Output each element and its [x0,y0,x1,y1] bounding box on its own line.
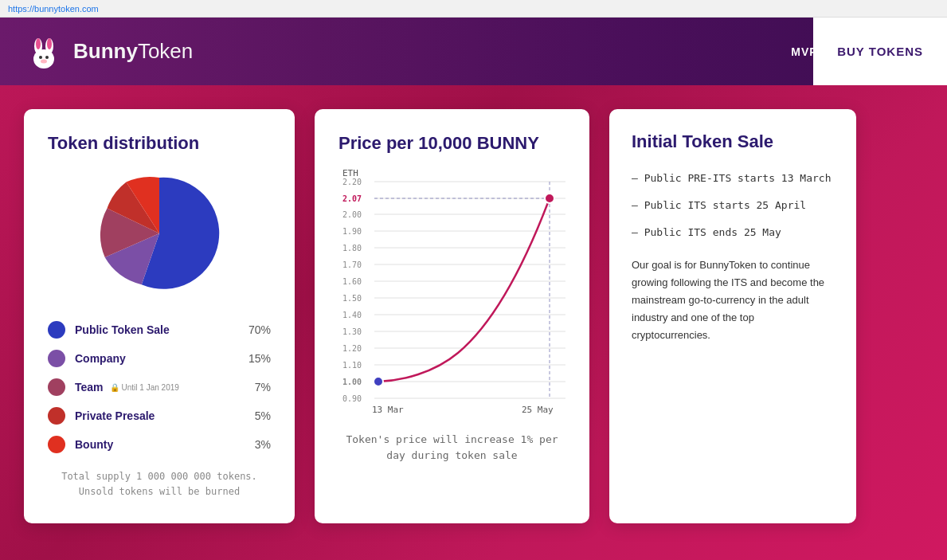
total-supply-line1: Total supply 1 000 000 000 tokens. [48,469,271,484]
its-item-1: – Public ITS starts 25 April [632,198,834,213]
team-lock-badge: 🔒 Until 1 Jan 2019 [110,383,179,392]
its-title: Initial Token Sale [632,131,834,152]
public-token-sale-label: Public Token Sale [75,323,239,336]
token-distribution-card: Token distribution Public Token Sale [24,109,295,523]
svg-text:2.20: 2.20 [342,178,362,186]
pie-chart [96,170,223,297]
its-item-2: – Public ITS ends 25 May [632,225,834,240]
svg-point-4 [47,38,52,49]
legend-team: Team 🔒 Until 1 Jan 2019 7% [48,378,271,396]
bunny-logo-icon [24,32,64,72]
legend-private-presale: Private Presale 5% [48,407,271,425]
token-dist-title: Token distribution [48,133,271,154]
svg-point-40 [545,194,554,203]
price-chart-title: Price per 10,000 BUNNY [338,133,565,154]
pie-chart-container [48,170,271,297]
total-supply-text: Total supply 1 000 000 000 tokens. Unsol… [48,469,271,499]
svg-text:1.60: 1.60 [342,277,362,286]
private-presale-dot [48,407,65,425]
its-description: Our goal is for BunnyToken to continue g… [632,257,834,344]
public-token-sale-dot [48,321,65,339]
its-item-0: – Public PRE-ITS starts 13 March [632,171,834,186]
team-lock-text: Until 1 Jan 2019 [122,383,179,392]
svg-text:1.80: 1.80 [342,244,362,253]
team-pct: 7% [255,381,271,394]
svg-point-6 [45,56,49,59]
legend-bounty: Bounty 3% [48,436,271,453]
navbar-links: MVP WHITEPAPER BUY TOKENS [791,45,923,58]
brand-bold: Bunny [73,39,138,63]
navbar: BunnyToken MVP WHITEPAPER BUY TOKENS [0,18,947,85]
svg-text:13 Mar: 13 Mar [372,405,404,415]
chart-note-line1: Token's price will increase 1% per [338,432,565,448]
svg-text:1.10: 1.10 [342,361,362,370]
brand-text: BunnyToken [73,39,193,64]
its-card: Initial Token Sale – Public PRE-ITS star… [609,109,856,523]
legend-public-token-sale: Public Token Sale 70% [48,321,271,339]
svg-point-39 [374,377,383,386]
svg-text:25 May: 25 May [522,405,554,415]
brand: BunnyToken [24,32,193,72]
bounty-label: Bounty [75,438,245,451]
svg-text:2.00: 2.00 [342,210,362,219]
svg-text:2.07: 2.07 [342,194,362,203]
svg-point-5 [39,56,42,59]
buy-tokens-button[interactable]: BUY TOKENS [813,18,947,85]
private-presale-pct: 5% [255,409,271,422]
company-pct: 15% [248,352,271,365]
legend: Public Token Sale 70% Company 15% Team 🔒… [48,321,271,453]
chart-note-line2: day during token sale [338,448,565,464]
company-label: Company [75,352,239,365]
svg-text:1.30: 1.30 [342,327,362,336]
private-presale-label: Private Presale [75,409,245,422]
svg-point-7 [41,59,47,63]
bounty-pct: 3% [255,438,271,451]
chart-area: ETH 2.20 2.07 2.00 1.90 1.80 1.70 [338,162,565,420]
svg-text:1.70: 1.70 [342,260,362,269]
its-items: – Public PRE-ITS starts 13 March – Publi… [632,171,834,241]
svg-text:1.00: 1.00 [342,378,362,386]
svg-text:1.40: 1.40 [342,311,362,319]
price-svg-chart: ETH 2.20 2.07 2.00 1.90 1.80 1.70 [338,162,581,417]
svg-text:1.90: 1.90 [342,227,362,236]
public-token-sale-pct: 70% [248,323,271,336]
svg-point-3 [36,38,41,49]
team-label: Team [75,381,104,394]
team-dot [48,378,65,396]
chart-note: Token's price will increase 1% per day d… [338,432,565,463]
svg-text:0.90: 0.90 [342,394,362,403]
main-content: Token distribution Public Token Sale [0,85,947,547]
browser-bar: https://bunnytoken.com [0,0,947,18]
browser-url: https://bunnytoken.com [8,4,99,14]
price-chart-card: Price per 10,000 BUNNY ETH 2.20 2.07 2.0… [315,109,589,523]
brand-light: Token [138,39,193,63]
company-dot [48,350,65,367]
legend-company: Company 15% [48,350,271,367]
total-supply-line2: Unsold tokens will be burned [48,484,271,499]
bounty-dot [48,436,65,453]
svg-text:1.50: 1.50 [342,294,362,303]
svg-text:1.20: 1.20 [342,344,362,353]
